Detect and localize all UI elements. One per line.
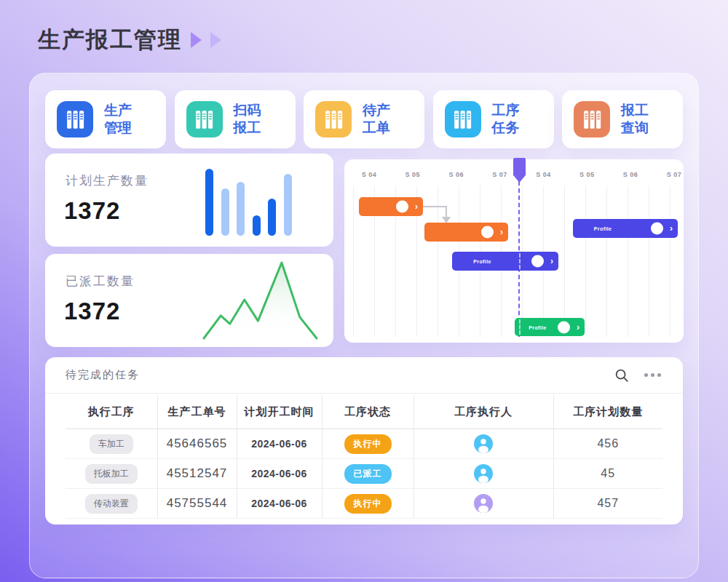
more-dots-icon (657, 373, 661, 377)
play-arrow-icon (191, 32, 202, 48)
more-menu-button[interactable] (643, 372, 662, 378)
column-header: 执行工序 (66, 395, 157, 429)
gantt-task-bar[interactable]: › (424, 223, 508, 242)
table-cell: 45512547 (157, 459, 237, 489)
chevron-right-icon: › (577, 322, 579, 331)
books-icon (186, 101, 223, 137)
nav-row: 生产管理扫码报工待产工单工序任务报工查询 (45, 90, 683, 148)
tasks-title: 待完成的任务 (66, 368, 140, 382)
table-row: 传动装置457555442024-06-06执行中 457 (66, 489, 662, 519)
table-cell (414, 489, 553, 519)
tasks-table: 执行工序生产工单号计划开工时间工序状态工序执行人工序计划数量 车加工456465… (66, 395, 662, 519)
drag-handle-circle (531, 255, 544, 268)
start-date: 2024-06-06 (251, 468, 307, 479)
process-badge: 托板加工 (85, 464, 138, 484)
more-dots-icon (651, 373, 654, 377)
nav-card-report-query[interactable]: 报工查询 (562, 90, 683, 148)
table-cell: 执行中 (322, 489, 414, 519)
nav-label-scan-report: 扫码报工 (234, 102, 261, 137)
stat-value: 1372 (64, 298, 120, 325)
search-icon (614, 367, 630, 383)
table-cell: 传动装置 (66, 489, 157, 519)
main-panel: 生产管理扫码报工待产工单工序任务报工查询 计划生产数量 1372 已派工数量 1… (29, 73, 699, 578)
nav-label-pending-orders: 待产工单 (363, 102, 390, 137)
process-badge: 车加工 (90, 434, 133, 454)
gantt-task-bar[interactable]: Profile› (573, 219, 678, 238)
table-row: 车加工456465652024-06-06执行中 456 (66, 429, 662, 459)
drag-handle-circle (481, 226, 494, 239)
bar-segment (221, 188, 229, 236)
timeline-tick: S 04 (362, 171, 377, 178)
stat-card-planned: 计划生产数量 1372 (45, 154, 333, 247)
nav-card-scan-report[interactable]: 扫码报工 (175, 90, 296, 148)
tasks-panel: 待完成的任务 执行工序生产工单号计划开工时间工序状态工序执行人工序计 (45, 357, 683, 525)
gantt-task-bar[interactable]: › (359, 197, 423, 216)
bar-segment (237, 182, 245, 236)
chevron-right-icon: › (670, 224, 673, 233)
nav-label-process-tasks: 工序任务 (492, 102, 520, 137)
chevron-right-icon: › (500, 228, 503, 236)
table-cell: 2024-06-06 (237, 429, 322, 459)
status-badge: 执行中 (344, 494, 392, 514)
timeline-tick: S 05 (579, 171, 595, 178)
table-cell: 执行中 (322, 429, 414, 459)
bar-segment (284, 174, 292, 236)
books-icon (574, 101, 610, 137)
page-header: 生产报工管理 (38, 25, 221, 55)
tasks-panel-header: 待完成的任务 (45, 357, 683, 394)
header-row: 执行工序生产工单号计划开工时间工序状态工序执行人工序计划数量 (66, 395, 662, 429)
page-title: 生产报工管理 (38, 25, 182, 55)
table-row: 托板加工455125472024-06-06已派工 45 (66, 459, 662, 489)
person-icon (474, 434, 493, 453)
bar-segment (268, 199, 276, 236)
stat-label: 已派工数量 (66, 273, 135, 290)
gantt-task-bar[interactable]: Profile› (515, 318, 585, 336)
column-header: 计划开工时间 (237, 395, 322, 429)
stat-card-dispatched: 已派工数量 1372 (45, 254, 333, 347)
chevron-right-icon: › (550, 257, 553, 266)
tasks-table-body: 车加工456465652024-06-06执行中 456托板加工45512547… (66, 429, 662, 519)
search-button[interactable] (612, 366, 631, 385)
column-header: 工序执行人 (414, 395, 553, 429)
status-badge: 执行中 (344, 434, 392, 454)
bar-segment (253, 215, 261, 236)
gantt-task-bar[interactable]: Profile› (452, 252, 558, 271)
books-icon (57, 101, 93, 137)
timeline-tick: S 04 (536, 171, 551, 178)
nav-card-pending-orders[interactable]: 待产工单 (304, 90, 424, 148)
more-dots-icon (644, 373, 648, 377)
start-date: 2024-06-06 (251, 498, 307, 509)
timeline-tick: S 07 (492, 171, 507, 178)
nav-card-production-management[interactable]: 生产管理 (45, 90, 166, 148)
order-number: 45755544 (167, 496, 228, 510)
planned-quantity: 456 (597, 437, 619, 450)
drag-handle-circle (396, 201, 408, 213)
table-cell: 托板加工 (66, 459, 157, 489)
gantt-bar-label: Profile (529, 324, 547, 330)
line-series (204, 263, 317, 338)
column-header: 工序计划数量 (553, 395, 662, 429)
timeline-tick: S 06 (623, 171, 638, 178)
books-icon (64, 108, 87, 131)
books-icon (445, 101, 481, 137)
stat-value: 1372 (64, 197, 120, 225)
tasks-table-head: 执行工序生产工单号计划开工时间工序状态工序执行人工序计划数量 (66, 395, 662, 429)
today-marker (513, 158, 526, 183)
table-cell (414, 429, 553, 459)
tasks-actions (612, 366, 662, 385)
table-cell: 456 (553, 429, 662, 459)
table-cell (414, 459, 553, 489)
process-badge: 传动装置 (85, 494, 138, 514)
today-dashed-line-overlay (519, 319, 521, 335)
bar-segment (205, 169, 213, 236)
table-cell: 45755544 (157, 489, 237, 519)
person-icon (474, 464, 493, 483)
books-icon (193, 108, 215, 131)
gantt-bar-label: Profile (473, 259, 491, 264)
column-header: 生产工单号 (157, 395, 237, 429)
today-dashed-line-overlay (519, 253, 521, 269)
table-cell: 车加工 (66, 429, 157, 459)
table-cell: 45 (553, 459, 662, 489)
nav-card-process-tasks[interactable]: 工序任务 (433, 90, 554, 148)
order-number: 45646565 (167, 436, 228, 450)
